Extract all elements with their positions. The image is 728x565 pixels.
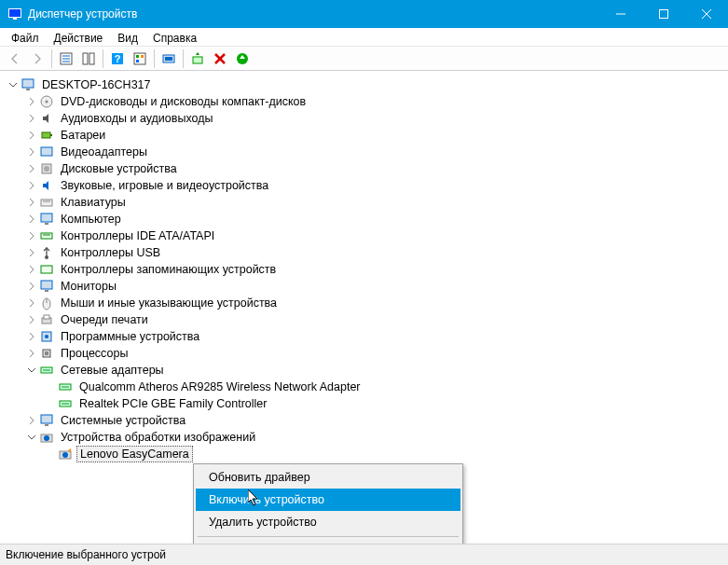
- tree-item[interactable]: Контроллеры USB: [6, 244, 728, 261]
- maximize-button[interactable]: [642, 0, 685, 28]
- chevron-right-icon[interactable]: [24, 111, 39, 126]
- tree-item-label[interactable]: Устройства обработки изображений: [58, 430, 258, 445]
- chevron-right-icon[interactable]: [24, 413, 39, 428]
- chevron-right-icon[interactable]: [24, 262, 39, 277]
- swdev-icon: [39, 329, 54, 344]
- tree-item-label[interactable]: DVD-дисководы и дисководы компакт-дисков: [58, 94, 309, 109]
- tree-item-label[interactable]: Дисковые устройства: [58, 161, 180, 176]
- tree-item[interactable]: Контроллеры IDE ATA/ATAPI: [6, 227, 728, 244]
- menubar: Файл Действие Вид Справка: [0, 28, 728, 47]
- tree-item[interactable]: DVD-дисководы и дисководы компакт-дисков: [6, 93, 728, 110]
- chevron-right-icon[interactable]: [24, 279, 39, 294]
- menu-action[interactable]: Действие: [47, 30, 111, 47]
- tree-item[interactable]: Клавиатуры: [6, 194, 728, 211]
- enable-button[interactable]: [232, 48, 253, 69]
- tree-root[interactable]: DESKTOP-16CH317: [39, 77, 154, 92]
- nic-icon: [39, 363, 54, 378]
- tree-item[interactable]: Батареи: [6, 127, 728, 144]
- svg-rect-26: [26, 89, 30, 90]
- tree-item-label[interactable]: Сетевые адаптеры: [58, 363, 167, 378]
- tree-item-label[interactable]: Системные устройства: [58, 413, 188, 428]
- tree-item-label[interactable]: Процессоры: [58, 346, 130, 361]
- tree-item-label[interactable]: Контроллеры запоминающих устройств: [58, 262, 279, 277]
- chevron-right-icon[interactable]: [24, 329, 39, 344]
- properties-button[interactable]: [56, 48, 76, 69]
- chevron-down-icon[interactable]: [6, 77, 21, 92]
- toolbar-separator: [103, 49, 103, 68]
- update-driver-button[interactable]: [187, 48, 208, 69]
- tree-item-label[interactable]: Аудиовходы и аудиовыходы: [58, 111, 215, 126]
- tree-item-label[interactable]: Батареи: [58, 128, 108, 143]
- chevron-down-icon[interactable]: [24, 363, 39, 378]
- tree-item-label[interactable]: Realtek PCIe GBE Family Controller: [76, 396, 269, 411]
- tree-item[interactable]: Программные устройства: [6, 328, 728, 345]
- view-button[interactable]: [130, 48, 150, 69]
- tree-item[interactable]: Видеоадаптеры: [6, 144, 728, 160]
- tree-item-label[interactable]: Видеоадаптеры: [58, 145, 150, 159]
- tree-item-label[interactable]: Мыши и иные указывающие устройства: [58, 296, 280, 310]
- help-button[interactable]: ?: [107, 48, 128, 69]
- tree-item[interactable]: Qualcomm Atheros AR9285 Wireless Network…: [6, 379, 728, 395]
- tree-item-label[interactable]: Мониторы: [58, 279, 119, 294]
- minimize-button[interactable]: [599, 0, 642, 28]
- tree-item[interactable]: Аудиовходы и аудиовыходы: [6, 110, 728, 127]
- close-button[interactable]: [685, 0, 728, 28]
- tree-item[interactable]: Процессоры: [6, 345, 728, 362]
- tree-item[interactable]: Устройства обработки изображений: [6, 429, 728, 446]
- tree-item[interactable]: Контроллеры запоминающих устройств: [6, 261, 728, 278]
- chevron-right-icon[interactable]: [24, 178, 39, 193]
- chevron-right-icon[interactable]: [24, 145, 39, 159]
- pointing-icon: [39, 296, 54, 310]
- separator: [198, 536, 459, 537]
- chevron-right-icon[interactable]: [24, 128, 39, 143]
- tree-item-label[interactable]: Компьютер: [58, 212, 124, 227]
- tree-item-label[interactable]: Контроллеры USB: [58, 245, 163, 260]
- menu-file[interactable]: Файл: [4, 30, 47, 47]
- svg-rect-2: [13, 18, 17, 20]
- chevron-right-icon[interactable]: [24, 94, 39, 109]
- nic-icon: [58, 379, 73, 394]
- tree-item[interactable]: Сетевые адаптеры: [6, 362, 728, 379]
- tree-item[interactable]: Дисковые устройства: [6, 160, 728, 177]
- chevron-right-icon[interactable]: [24, 296, 39, 310]
- battery-icon: [39, 128, 54, 143]
- tree-item-label[interactable]: Очереди печати: [58, 312, 151, 327]
- tree-item[interactable]: Звуковые, игровые и видеоустройства: [6, 177, 728, 194]
- chevron-right-icon[interactable]: [24, 195, 39, 210]
- tree-item-label[interactable]: Контроллеры IDE ATA/ATAPI: [58, 228, 217, 243]
- menu-view[interactable]: Вид: [110, 30, 145, 47]
- svg-rect-25: [22, 79, 34, 88]
- show-hidden-button[interactable]: [78, 48, 99, 69]
- tree-item-label[interactable]: Звуковые, игровые и видеоустройства: [58, 178, 271, 193]
- tree-item[interactable]: Realtek PCIe GBE Family Controller: [6, 395, 728, 412]
- svg-rect-34: [41, 200, 52, 206]
- chevron-right-icon[interactable]: [24, 228, 39, 243]
- tree-item[interactable]: Мониторы: [6, 278, 728, 295]
- computer-icon: [39, 212, 54, 227]
- scan-hardware-button[interactable]: [158, 48, 179, 69]
- svg-rect-12: [89, 53, 94, 64]
- tree-item[interactable]: Очереди печати: [6, 311, 728, 328]
- chevron-right-icon[interactable]: [24, 245, 39, 260]
- chevron-down-icon[interactable]: [24, 430, 39, 445]
- chevron-right-icon[interactable]: [24, 346, 39, 361]
- tree-item-label[interactable]: Клавиатуры: [58, 195, 129, 210]
- chevron-right-icon[interactable]: [24, 212, 39, 227]
- svg-rect-43: [45, 290, 48, 292]
- tree-item[interactable]: Lenovo EasyCamera: [6, 446, 728, 462]
- ctx-enable-device[interactable]: Включить устройство: [196, 489, 460, 511]
- uninstall-button[interactable]: [210, 48, 230, 69]
- ctx-delete-device[interactable]: Удалить устройство: [196, 511, 460, 533]
- chevron-right-icon[interactable]: [24, 312, 39, 327]
- tree-item-label[interactable]: Qualcomm Atheros AR9285 Wireless Network…: [76, 379, 364, 394]
- ctx-update-driver[interactable]: Обновить драйвер: [196, 466, 460, 489]
- menu-help[interactable]: Справка: [145, 30, 204, 47]
- tree-item-label[interactable]: Программные устройства: [58, 329, 202, 344]
- tree-item[interactable]: Компьютер: [6, 211, 728, 227]
- tree-item[interactable]: Мыши и иные указывающие устройства: [6, 295, 728, 311]
- chevron-right-icon[interactable]: [24, 161, 39, 176]
- svg-rect-21: [193, 57, 202, 63]
- tree-item[interactable]: Системные устройства: [6, 412, 728, 429]
- tree-item-label[interactable]: Lenovo EasyCamera: [76, 446, 193, 462]
- toolbar-separator: [183, 49, 184, 68]
